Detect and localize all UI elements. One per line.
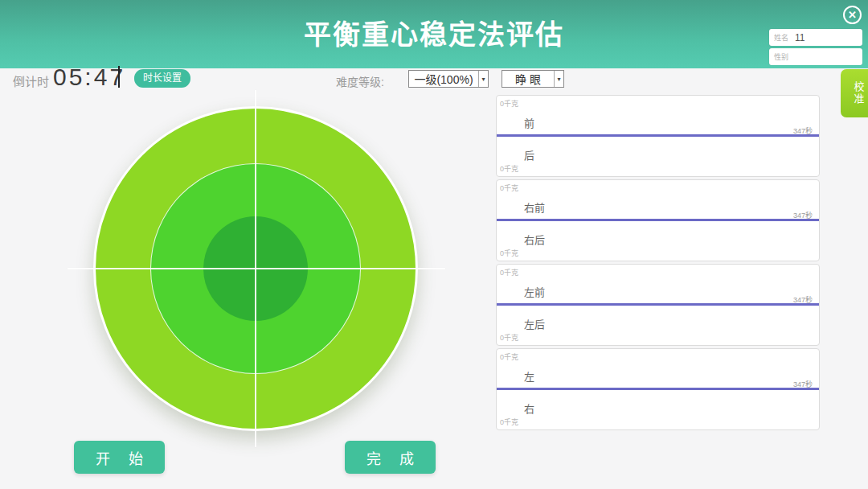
weight-bottom-label: 0千克 (500, 163, 518, 174)
header-bar: 平衡重心稳定法评估 ✕ 姓名 11 性别 (0, 0, 868, 68)
weight-bottom-label: 0千克 (500, 417, 518, 427)
duration-setting-button[interactable]: 时长设置 (134, 69, 190, 88)
direction-top-label: 前 (524, 115, 534, 130)
direction-bottom-label: 右后 (524, 232, 545, 247)
difficulty-selected-value: 一级(100%) (409, 71, 478, 87)
force-panel-rightfront-rightback: 0千克 右前 347秒 右后 0千克 (496, 179, 820, 261)
page-title: 平衡重心稳定法评估 (0, 13, 868, 52)
weight-top-label: 0千克 (500, 98, 518, 109)
patient-name-label: 姓名 (774, 32, 788, 43)
countdown-label: 倒计时 (13, 72, 49, 89)
crosshair-horizontal-line (68, 268, 445, 269)
close-icon[interactable]: ✕ (843, 6, 862, 24)
patient-name-value: 11 (795, 32, 805, 43)
axis-line (497, 303, 819, 306)
finish-button[interactable]: 完 成 (345, 441, 436, 474)
countdown-value: 05:47 (53, 64, 125, 91)
weight-top-label: 0千克 (500, 267, 518, 277)
eye-mode-selected-value: 睁 眼 (502, 71, 554, 87)
direction-top-label: 右前 (524, 199, 545, 215)
balance-assessment-screen: 平衡重心稳定法评估 ✕ 姓名 11 性别 倒计时 05:47 时长设置 难度等级… (0, 0, 868, 489)
chevron-down-icon: ▾ (478, 71, 488, 87)
direction-bottom-label: 右 (524, 401, 534, 416)
calibrate-button[interactable]: 校准 (841, 69, 868, 117)
direction-top-label: 左 (524, 368, 534, 384)
force-panel-front-back: 0千克 前 347秒 后 0千克 (496, 95, 820, 177)
weight-top-label: 0千克 (500, 351, 518, 362)
axis-line (497, 219, 819, 221)
direction-bottom-label: 后 (524, 147, 534, 162)
weight-bottom-label: 0千克 (500, 248, 518, 258)
force-panel-left-right: 0千克 左 347秒 右 0千克 (496, 348, 820, 430)
direction-bottom-label: 左后 (524, 316, 545, 331)
difficulty-select[interactable]: 一级(100%) ▾ (408, 70, 489, 88)
patient-name-field[interactable]: 姓名 11 (769, 29, 862, 46)
direction-top-label: 左前 (524, 284, 545, 299)
chevron-down-icon: ▾ (554, 71, 563, 87)
text-cursor (118, 66, 120, 88)
patient-gender-field[interactable]: 性别 (769, 48, 862, 65)
start-button[interactable]: 开 始 (74, 441, 165, 474)
eye-mode-select[interactable]: 睁 眼 ▾ (502, 70, 564, 88)
axis-line (497, 388, 819, 390)
weight-bottom-label: 0千克 (500, 332, 518, 343)
weight-top-label: 0千克 (500, 183, 518, 193)
force-panel-leftfront-leftback: 0千克 左前 347秒 左后 0千克 (496, 264, 820, 346)
difficulty-label: 难度等级: (336, 73, 384, 89)
patient-gender-label: 性别 (774, 51, 788, 62)
axis-line (497, 134, 819, 137)
